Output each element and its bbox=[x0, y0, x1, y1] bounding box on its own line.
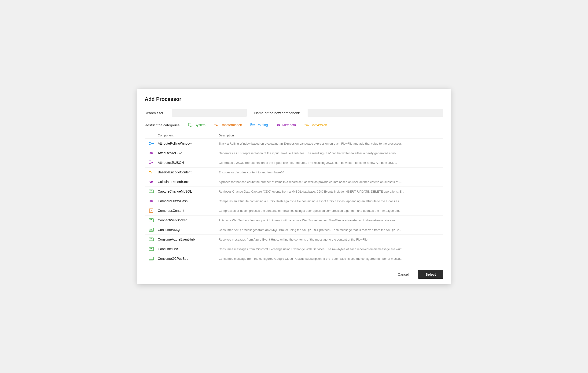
svg-rect-2 bbox=[189, 124, 190, 124]
row-name-2: AttributesToJSON bbox=[158, 161, 219, 165]
svg-rect-37 bbox=[151, 238, 152, 239]
row-desc-0: Track a Rolling Window based on evaluati… bbox=[219, 142, 443, 145]
svg-rect-38 bbox=[149, 247, 154, 251]
svg-rect-40 bbox=[150, 248, 150, 249]
row-desc-2: Generates a JSON representation of the i… bbox=[219, 161, 443, 165]
svg-line-14 bbox=[150, 143, 152, 144]
table-row[interactable]: Base64EncodeContentEncodes or decodes co… bbox=[145, 167, 443, 177]
svg-rect-6 bbox=[251, 124, 252, 124]
table-row[interactable]: CaptureChangeMySQLRetrieves Change Data … bbox=[145, 187, 443, 196]
col-header-description: Description bbox=[219, 134, 443, 137]
row-desc-6: Compares an attribute containing a Fuzzy… bbox=[219, 199, 443, 203]
table-row[interactable]: AttributeRollingWindowTrack a Rolling Wi… bbox=[145, 139, 443, 148]
category-btn-metadata[interactable]: Metadata bbox=[274, 122, 298, 128]
row-name-10: ConsumeAzureEventHub bbox=[158, 238, 219, 241]
svg-rect-23 bbox=[151, 190, 152, 191]
row-icon-2 bbox=[145, 160, 158, 165]
routing-category-label: Routing bbox=[257, 123, 268, 127]
row-desc-4: A processor that can count the number of… bbox=[219, 180, 443, 184]
svg-rect-45 bbox=[151, 258, 152, 258]
row-name-1: AttributesToCSV bbox=[158, 151, 219, 155]
svg-rect-34 bbox=[149, 238, 154, 241]
svg-rect-29 bbox=[151, 219, 152, 220]
row-name-12: ConsumeGCPubSub bbox=[158, 257, 219, 260]
table-row[interactable]: CompressContentCompresses or decompresse… bbox=[145, 206, 443, 216]
category-btn-system[interactable]: System bbox=[186, 122, 208, 128]
system-category-label: System bbox=[195, 123, 206, 127]
component-name-label: Name of the new component: bbox=[254, 111, 300, 115]
row-name-3: Base64EncodeContent bbox=[158, 170, 219, 174]
cancel-button[interactable]: Cancel bbox=[391, 270, 415, 279]
select-button[interactable]: Select bbox=[418, 270, 443, 279]
row-icon-6 bbox=[145, 199, 158, 203]
row-desc-10: Receives messages from Azure Event Hubs,… bbox=[219, 238, 443, 241]
svg-point-17 bbox=[151, 153, 152, 154]
table-row[interactable]: ConsumeAzureEventHubReceives messages fr… bbox=[145, 235, 443, 244]
table-row[interactable]: ConnectWebSocketActs as a WebSocket clie… bbox=[145, 216, 443, 225]
dialog-footer: Cancel Select bbox=[145, 266, 443, 279]
category-btn-conversion[interactable]: Conversion bbox=[302, 122, 329, 128]
svg-rect-20 bbox=[149, 190, 154, 193]
svg-rect-36 bbox=[150, 238, 150, 239]
row-desc-7: Compresses or decompresses the contents … bbox=[219, 209, 443, 212]
svg-rect-32 bbox=[150, 229, 150, 229]
svg-line-15 bbox=[150, 144, 152, 144]
row-name-0: AttributeRollingWindow bbox=[158, 142, 219, 145]
table-row[interactable]: CalculateRecordStatsA processor that can… bbox=[145, 177, 443, 187]
svg-rect-13 bbox=[149, 144, 150, 145]
row-name-11: ConsumeEWS bbox=[158, 247, 219, 251]
row-name-8: ConnectWebSocket bbox=[158, 218, 219, 222]
table-body: AttributeRollingWindowTrack a Rolling Wi… bbox=[145, 139, 443, 260]
categories-row: Restrict the categories: SystemTransform… bbox=[145, 122, 443, 128]
svg-rect-41 bbox=[151, 248, 152, 249]
row-name-7: CompressContent bbox=[158, 209, 219, 212]
svg-line-9 bbox=[252, 125, 253, 126]
svg-rect-7 bbox=[251, 125, 252, 126]
metadata-category-label: Metadata bbox=[282, 123, 296, 127]
svg-line-8 bbox=[252, 124, 253, 125]
row-desc-12: Consumes message from the configured Goo… bbox=[219, 257, 443, 260]
routing-category-icon bbox=[251, 123, 255, 127]
row-desc-9: Consumes AMQP Messages from an AMQP Brok… bbox=[219, 228, 443, 232]
conversion-category-icon bbox=[304, 123, 309, 127]
search-input[interactable] bbox=[172, 109, 247, 117]
table-header: Component Description bbox=[145, 132, 443, 139]
row-desc-11: Consumes messages from Microsoft Exchang… bbox=[219, 247, 443, 251]
table-row[interactable]: AttributesToCSVGenerates a CSV represent… bbox=[145, 148, 443, 158]
row-icon-4 bbox=[145, 179, 158, 184]
svg-rect-33 bbox=[151, 229, 152, 229]
table-row[interactable]: ConsumeGCPubSubConsumes message from the… bbox=[145, 254, 443, 260]
svg-point-19 bbox=[151, 181, 152, 183]
system-category-icon bbox=[189, 123, 193, 127]
row-icon-10 bbox=[145, 237, 158, 242]
row-icon-9 bbox=[145, 228, 158, 232]
svg-point-11 bbox=[278, 124, 279, 125]
col-header-icon bbox=[145, 134, 158, 137]
category-btn-routing[interactable]: Routing bbox=[248, 122, 270, 128]
search-filter-label: Search filter: bbox=[145, 111, 164, 115]
row-desc-3: Encodes or decodes content to and from b… bbox=[219, 171, 443, 174]
table-row[interactable]: CompareFuzzyHashCompares an attribute co… bbox=[145, 196, 443, 206]
svg-rect-10 bbox=[253, 124, 255, 125]
svg-rect-22 bbox=[150, 190, 150, 191]
row-name-9: ConsumeAMQP bbox=[158, 228, 219, 232]
component-name-input[interactable] bbox=[308, 109, 443, 117]
row-icon-5 bbox=[145, 189, 158, 194]
transformation-category-label: Transformation bbox=[220, 123, 242, 127]
table-row[interactable]: ConsumeAMQPConsumes AMQP Messages from a… bbox=[145, 225, 443, 235]
metadata-category-icon bbox=[276, 123, 281, 127]
transformation-category-icon bbox=[214, 123, 219, 127]
table-row[interactable]: AttributesToJSONGenerates a JSON represe… bbox=[145, 158, 443, 167]
table-row[interactable]: ConsumeEWSConsumes messages from Microso… bbox=[145, 244, 443, 254]
svg-rect-16 bbox=[152, 143, 154, 144]
row-icon-3 bbox=[145, 170, 158, 175]
row-icon-1 bbox=[145, 151, 158, 155]
category-btn-transformation[interactable]: Transformation bbox=[212, 122, 244, 128]
row-icon-11 bbox=[145, 247, 158, 251]
row-name-5: CaptureChangeMySQL bbox=[158, 189, 219, 193]
row-icon-12 bbox=[145, 256, 158, 260]
svg-rect-3 bbox=[190, 124, 191, 124]
svg-rect-0 bbox=[189, 123, 193, 126]
svg-point-24 bbox=[151, 201, 152, 202]
svg-rect-28 bbox=[150, 219, 150, 220]
